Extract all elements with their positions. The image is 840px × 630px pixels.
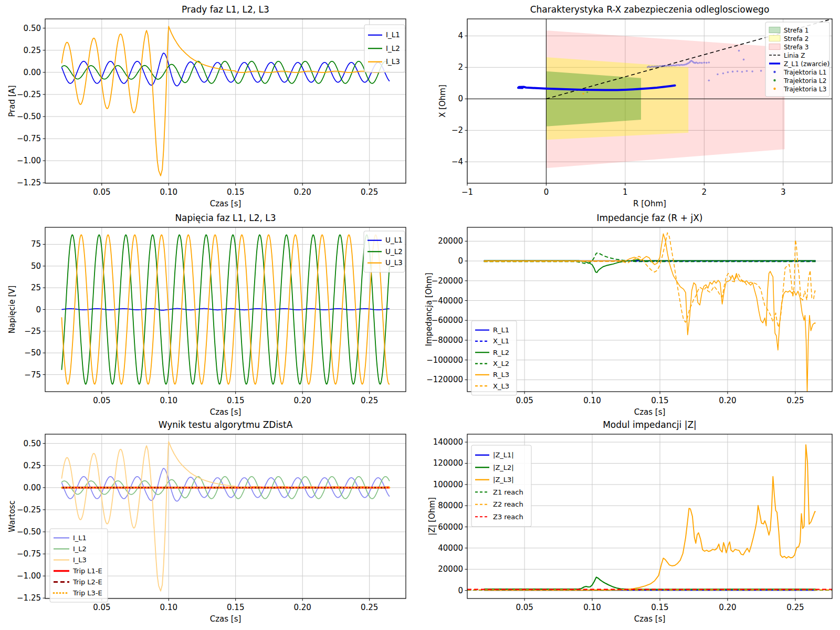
- ytick-label: −60000: [432, 316, 463, 325]
- ytick-label: 100000: [433, 480, 463, 489]
- legend-zdista: I_L1I_L2I_L3Trip L1-ETrip L2-ETrip L3-E: [50, 529, 108, 602]
- legend-label: Z_L1 (zwarcie): [784, 60, 830, 68]
- xtick-label: 0.20: [294, 187, 311, 197]
- xtick-label: 0: [544, 187, 549, 197]
- legend-modul-z: |Z_L1||Z_L2||Z_L3|Z1 reachZ2 reachZ3 rea…: [471, 445, 531, 527]
- legend-label: |Z_L1|: [493, 451, 514, 459]
- figure-canvas: 0.050.100.150.200.250.500.250.00−0.25−0.…: [0, 0, 840, 630]
- legend-label: I_L1: [386, 30, 400, 39]
- legend-label: Trip L3-E: [72, 589, 102, 597]
- xtick-label: 0.25: [361, 187, 378, 197]
- legend-handle-patch: [769, 44, 780, 50]
- ytick-label: −50: [24, 348, 41, 358]
- figure-svg: 0.050.100.150.200.250.500.250.00−0.25−0.…: [0, 0, 840, 630]
- legend-label: Strefa 1: [784, 27, 808, 34]
- ytick-label: −0.25: [17, 90, 41, 99]
- ylabel-napiecia: Napięcie [V]: [7, 286, 17, 334]
- ytick-label: 120000: [433, 458, 463, 468]
- ytick-label: 0: [458, 586, 463, 595]
- xtick-label: 0.10: [583, 603, 601, 612]
- xtick-label: −1: [461, 187, 473, 197]
- ytick-label: 0: [36, 305, 41, 314]
- ytick-label: −0.75: [17, 134, 41, 143]
- title-prady: Prady faz L1, L2, L3: [182, 4, 269, 15]
- ytick-label: −0.50: [17, 112, 41, 121]
- xtick-label: 0.20: [294, 603, 311, 612]
- ytick-label: 0.00: [24, 68, 41, 77]
- xtick-label: 0.10: [160, 396, 177, 405]
- xtick-label: 3: [781, 187, 786, 197]
- ylabel-rx: X [Ohm]: [438, 85, 447, 118]
- ytick-label: −75: [24, 370, 41, 380]
- legend-handle-dot: [773, 79, 775, 81]
- xtick-label: 0.15: [227, 187, 244, 197]
- legend-label: |Z_L2|: [493, 464, 514, 471]
- xtick-label: 0.20: [294, 396, 311, 405]
- ytick-label: −0.75: [17, 549, 41, 559]
- xtick-label: 0.25: [786, 603, 804, 612]
- ytick-label: 20000: [438, 236, 463, 246]
- legend-handle-dot: [773, 71, 775, 73]
- ytick-label: 0.25: [24, 461, 41, 470]
- xtick-label: 0.25: [361, 603, 378, 612]
- ytick-label: 2: [458, 62, 463, 72]
- legend-label: I_L2: [73, 545, 87, 553]
- xtick-label: 0.15: [227, 603, 244, 612]
- scatter-trajektoria-l2: [586, 91, 588, 93]
- ytick-label: −0.25: [17, 505, 41, 514]
- legend-label: Linia Z: [784, 52, 805, 59]
- scatter-trajektoria-l3: [583, 93, 584, 94]
- ytick-label: 0.25: [24, 46, 41, 55]
- xtick-label: 0.15: [227, 396, 244, 405]
- legend-label: Strefa 3: [784, 44, 808, 51]
- ytick-label: −0.50: [17, 527, 41, 537]
- ytick-label: 75: [31, 239, 41, 249]
- xlabel-napiecia: Czas [s]: [210, 407, 242, 417]
- xlabel-rx: R [Ohm]: [633, 199, 666, 208]
- legend-label: I_L1: [73, 534, 87, 542]
- ytick-label: 0: [458, 256, 463, 266]
- xtick-label: 2: [702, 187, 707, 197]
- legend-label: Z1 reach: [493, 488, 523, 496]
- xtick-label: 0.25: [786, 396, 804, 405]
- ytick-label: −100000: [426, 355, 463, 365]
- title-napiecia: Napięcia faz L1, L2, L3: [175, 213, 276, 223]
- legend-label: Z3 reach: [493, 513, 523, 521]
- legend-label: Trip L1-E: [72, 567, 102, 575]
- xtick-label: 0.05: [93, 603, 110, 612]
- xtick-label: 0.10: [583, 396, 601, 405]
- xtick-label: 0.20: [719, 396, 736, 405]
- ytick-label: −1.25: [17, 593, 41, 603]
- legend-handle-dot: [773, 88, 775, 90]
- legend-label: Trajektoria L2: [783, 77, 826, 85]
- xtick-label: 0.05: [516, 396, 533, 405]
- ytick-label: 4: [458, 31, 463, 40]
- ytick-label: 0: [458, 94, 463, 103]
- ytick-label: −1.00: [17, 571, 41, 581]
- legend-handle-patch: [769, 27, 780, 33]
- legend-label: X_L1: [493, 337, 509, 345]
- xtick-label: 0.05: [93, 187, 110, 197]
- ytick-label: 0.50: [24, 439, 41, 448]
- ytick-label: 40000: [438, 543, 463, 553]
- ytick-label: −4: [452, 157, 463, 166]
- legend-label: X_L2: [493, 360, 509, 368]
- legend-label: R_L2: [493, 349, 509, 356]
- ytick-label: −2: [452, 125, 463, 135]
- ytick-label: 0.50: [24, 24, 41, 33]
- ylabel-zdista: Wartosc: [7, 500, 17, 532]
- legend-rx: Strefa 1Strefa 2Strefa 3Linia ZZ_L1 (zwa…: [765, 22, 830, 97]
- ytick-label: 140000: [433, 437, 463, 447]
- xtick-label: 0.25: [361, 396, 378, 405]
- legend-label: Trajektoria L3: [783, 86, 826, 93]
- xlabel-impedancje: Czas [s]: [634, 407, 666, 417]
- ylabel-prady: Prad [A]: [7, 85, 17, 117]
- legend-prady: I_L1I_L2I_L3: [364, 25, 405, 72]
- xtick-label: 0.10: [160, 187, 177, 197]
- xtick-label: 0.20: [719, 603, 736, 612]
- title-zdista: Wynik testu algorytmu ZDistA: [159, 419, 293, 430]
- ylabel-modul-z: |Z| [Ohm]: [427, 497, 437, 536]
- legend-label: I_L3: [386, 57, 400, 66]
- legend-label: Strefa 2: [784, 35, 808, 43]
- ylabel-impedancje: Impedancja [Ohm]: [424, 272, 434, 346]
